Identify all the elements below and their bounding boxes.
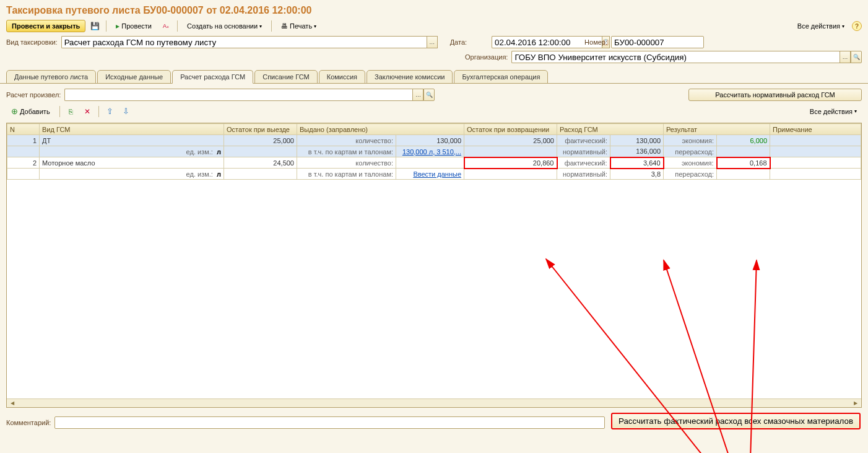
delete-row-button[interactable]: ✕ [80, 105, 94, 118]
copy-icon: ⎘ [69, 108, 73, 115]
post-icon: ▸ [116, 22, 119, 30]
cell-norm[interactable]: 136,000 [610, 146, 664, 157]
col-result[interactable]: Результат [664, 124, 770, 135]
post-close-button[interactable]: Провести и закрыть [6, 20, 85, 32]
page-title: Таксировка путевого листа БУ00-000007 от… [0, 0, 868, 19]
tab-sheet-data[interactable]: Данные путевого листа [6, 70, 96, 84]
grid-toolbar: ⊕ Добавить ⎘ ✕ ⇧ ⇩ Все действия ▾ [6, 102, 862, 120]
add-row-button[interactable]: ⊕ Добавить [6, 105, 55, 118]
scroll-right-icon[interactable]: ▶ [851, 400, 860, 407]
cell-overrun-label: перерасход: [664, 146, 717, 157]
col-note[interactable]: Примечание [770, 124, 861, 135]
cell-return-balance[interactable]: 25,000 [464, 135, 557, 146]
fuel-table: N Вид ГСМ Остаток при выезде Выдано (зап… [7, 123, 861, 180]
cell-note[interactable] [770, 157, 861, 169]
issued-cards-link[interactable]: 130,000 л, 3 510,... [402, 148, 461, 156]
table-row-sub[interactable]: ед. изм.: л в т.ч. по картам и талонам: … [7, 169, 861, 180]
separator [59, 106, 60, 117]
comment-row: Комментарий: [0, 415, 611, 431]
cell-overrun[interactable] [717, 146, 770, 157]
cell-issued-qty[interactable] [396, 157, 464, 169]
cell-name[interactable]: ДТ [40, 135, 224, 146]
tax-type-label: Вид таксировки: [6, 38, 58, 46]
print-label: Печать [290, 22, 312, 30]
enter-data-link[interactable]: Ввести данные [413, 170, 461, 178]
cell-economy-label: экономия: [664, 157, 717, 169]
floppy-icon: 💾 [90, 22, 100, 30]
cell-unit-label: ед. изм.: л [40, 146, 224, 157]
cell-out-balance[interactable]: 24,500 [224, 157, 297, 169]
fuel-grid: N Вид ГСМ Остаток при выезде Выдано (зап… [6, 123, 862, 408]
cell-unit-val: л [217, 148, 221, 156]
col-out-balance[interactable]: Остаток при выезде [224, 124, 297, 135]
tab-accounting-op[interactable]: Бухгалтерская операция [454, 70, 548, 84]
grid-all-actions-button[interactable]: Все действия ▾ [805, 106, 862, 117]
tab-writeoff[interactable]: Списание ГСМ [254, 70, 318, 84]
calc-actual-lubricants-button[interactable]: Рассчитать фактический расход всех смазо… [611, 413, 861, 429]
move-down-button[interactable]: ⇩ [119, 105, 133, 118]
fields-row-2: Организация: … 🔍 [0, 51, 868, 66]
calc-normative-button[interactable]: Рассчитать нормативный расход ГСМ [688, 89, 862, 101]
col-fuel-type[interactable]: Вид ГСМ [40, 124, 224, 135]
comment-input[interactable] [54, 416, 605, 429]
scroll-left-icon[interactable]: ◀ [8, 400, 17, 407]
help-button[interactable]: ? [852, 21, 862, 31]
cell-fact[interactable]: 3,640 [610, 157, 664, 169]
move-up-button[interactable]: ⇧ [103, 105, 117, 118]
chevron-down-icon: ▾ [842, 24, 844, 29]
add-label: Добавить [20, 108, 50, 115]
cell-economy[interactable]: 6,000 [717, 135, 770, 146]
cell-qty-label: количество: [297, 135, 396, 146]
col-return-balance[interactable]: Остаток при возвращении [464, 124, 557, 135]
tax-type-input[interactable] [61, 36, 427, 48]
tab-fuel-calc[interactable]: Расчет расхода ГСМ [172, 70, 253, 84]
table-row-sub[interactable]: ед. изм.: л в т.ч. по картам и талонам: … [7, 146, 861, 157]
cell-name[interactable]: Моторное масло [40, 157, 224, 169]
all-actions-button[interactable]: Все действия ▾ [792, 20, 849, 32]
cell-return-balance[interactable]: 20,860 [464, 157, 557, 169]
grid-all-actions-label: Все действия [810, 108, 853, 115]
print-button[interactable]: 🖶 Печать ▾ [276, 20, 321, 32]
number-input[interactable] [611, 36, 704, 48]
col-issued[interactable]: Выдано (заправлено) [297, 124, 464, 135]
cell-economy[interactable]: 0,168 [717, 157, 770, 169]
horizontal-scrollbar[interactable]: ◀ ▶ [7, 398, 861, 407]
number-label: Номер: [584, 38, 607, 46]
tab-commission-conclusion[interactable]: Заключение комиссии [367, 70, 453, 84]
copy-row-button[interactable]: ⎘ [64, 105, 78, 118]
comment-label: Комментарий: [6, 419, 51, 426]
tab-source-data[interactable]: Исходные данные [97, 70, 171, 84]
cell-unit-label: ед. изм.: л [40, 169, 224, 180]
chevron-down-icon: ▾ [314, 24, 316, 29]
save-button[interactable]: 💾 [88, 20, 102, 32]
cell-overrun[interactable] [717, 169, 770, 180]
org-input[interactable] [511, 51, 840, 63]
printer-icon: 🖶 [281, 22, 288, 30]
calc-by-input[interactable] [64, 89, 412, 101]
cell-fact[interactable]: 130,000 [610, 135, 664, 146]
post-button[interactable]: ▸ Провести [111, 20, 157, 32]
cell-n: 2 [7, 157, 40, 169]
chevron-down-icon: ▾ [259, 24, 262, 29]
select-button[interactable]: … [412, 89, 423, 101]
cell-note[interactable] [770, 135, 861, 146]
col-consumption[interactable]: Расход ГСМ [557, 124, 664, 135]
fields-row-1: Вид таксировки: … Дата: 📋 Номер: [0, 33, 868, 51]
cell-economy-label: экономия: [664, 135, 717, 146]
cell-n: 1 [7, 135, 40, 146]
select-button[interactable]: … [840, 51, 851, 63]
table-row[interactable]: 2 Моторное масло 24,500 количество: 20,8… [7, 157, 861, 169]
select-button[interactable]: … [427, 36, 438, 48]
cell-norm[interactable]: 3,8 [610, 169, 664, 180]
tab-content: Расчет произвел: … 🔍 Рассчитать норматив… [0, 84, 868, 415]
create-based-button[interactable]: Создать на основании ▾ [182, 20, 267, 32]
open-button[interactable]: 🔍 [851, 51, 862, 63]
open-button[interactable]: 🔍 [423, 89, 435, 101]
cell-fact-label: фактический: [557, 135, 610, 146]
tab-commission[interactable]: Комиссия [319, 70, 365, 84]
table-row[interactable]: 1 ДТ 25,000 количество: 130,000 25,000 ф… [7, 135, 861, 146]
post-mark-button[interactable]: Aₓ [159, 20, 173, 32]
cell-out-balance[interactable]: 25,000 [224, 135, 297, 146]
cell-issued-qty[interactable]: 130,000 [396, 135, 464, 146]
col-n[interactable]: N [7, 124, 40, 135]
